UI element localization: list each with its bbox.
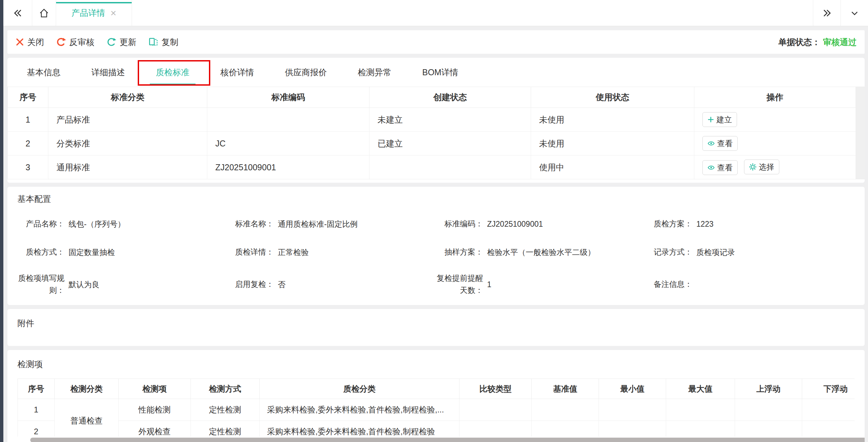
col-min-value: 最小值	[599, 379, 666, 399]
col-down-float: 下浮动	[802, 379, 855, 399]
col-actions: 操作	[694, 87, 856, 108]
view-standard-button[interactable]: 查看	[703, 160, 738, 175]
cell-code: JC	[207, 132, 370, 156]
basic-config-grid: 产品名称：线包-（序列号） 标准名称：通用质检标准-固定比例 标准编码：ZJ20…	[18, 216, 855, 296]
field-label: 产品名称：	[18, 218, 64, 230]
standards-table-wrap: 序号 标准分类 标准编码 创建状态 使用状态 操作 1 产品标准	[7, 87, 865, 179]
create-standard-button[interactable]: 建立	[703, 112, 737, 127]
field-label: 标准编码：	[436, 218, 483, 230]
cell-actions: 查看	[694, 132, 856, 156]
collapsed-sidebar-strip	[0, 0, 3, 442]
tab-list-dropdown-button[interactable]	[840, 0, 868, 26]
standards-header-row: 序号 标准分类 标准编码 创建状态 使用状态 操作	[8, 87, 856, 108]
field-value: 检验水平（一般检验水平二级）	[487, 247, 595, 258]
cell-compare-type	[460, 399, 532, 421]
close-icon	[16, 38, 24, 46]
tab-bar-spacer	[132, 0, 813, 26]
field-recheck-enabled: 启用复检：否	[227, 273, 436, 296]
unaudit-button-label: 反审核	[69, 37, 94, 48]
col-standard-code: 标准编码	[207, 87, 370, 108]
eye-icon	[707, 140, 715, 147]
refresh-button-label: 更新	[120, 37, 136, 48]
cell-up-float	[735, 421, 802, 437]
close-button-label: 关闭	[27, 37, 44, 48]
home-icon	[39, 8, 50, 19]
field-value: 固定数量抽检	[68, 247, 115, 258]
tab-qc-standard[interactable]: 质检标准	[141, 58, 205, 87]
cell-max-value	[666, 399, 735, 421]
field-standard-name: 标准名称：通用质检标准-固定比例	[227, 216, 436, 232]
cell-base-value	[532, 421, 599, 437]
cell-category: 分类标准	[49, 132, 207, 156]
cell-seq: 1	[8, 108, 49, 132]
table-row: 3 通用标准 ZJ20251009001 使用中 查看	[8, 156, 856, 179]
close-button[interactable]: 关闭	[16, 37, 44, 48]
tab-inspect-exception[interactable]: 检测异常	[342, 58, 407, 87]
eye-icon	[707, 165, 715, 170]
gear-icon	[749, 163, 756, 170]
detail-tabs-card: 基本信息 详细描述 质检标准 核价详情 供应商报价 检测异常 BOM详情	[7, 58, 865, 183]
inspection-table: 序号 检测分类 检测项 检测方式 质检分类 比较类型 基准值 最小值 最大值 上…	[18, 379, 855, 436]
horizontal-scrollbar-track[interactable]	[18, 437, 855, 442]
tab-basic-info[interactable]: 基本信息	[11, 58, 76, 87]
cell-min-value	[599, 421, 666, 437]
detail-tabs: 基本信息 详细描述 质检标准 核价详情 供应商报价 检测异常 BOM详情	[7, 58, 865, 87]
cell-actions: 建立	[694, 108, 856, 132]
tab-label: 质检标准	[156, 67, 189, 78]
cell-up-float	[735, 399, 802, 421]
tab-bom-detail[interactable]: BOM详情	[407, 58, 474, 87]
field-label: 记录方式：	[645, 246, 692, 258]
cell-actions: 查看 选择	[694, 156, 856, 179]
table-row: 1 普通检查 性能检测 定性检测 采购来料检验,委外来料检验,首件检验,制程检验…	[18, 399, 855, 421]
table-row: 2 分类标准 JC 已建立 未使用 查看	[8, 132, 856, 156]
cell-inspect-item: 外观检查	[119, 421, 191, 437]
copy-button[interactable]: 复制	[149, 37, 178, 48]
expand-tabs-button[interactable]	[813, 0, 840, 26]
field-label: 标准名称：	[227, 218, 274, 230]
field-label: 质检详情：	[227, 246, 274, 258]
tab-detail-desc[interactable]: 详细描述	[76, 58, 141, 87]
cell-inspect-category-merged: 普通检查	[55, 399, 119, 437]
tab-close-icon[interactable]: ×	[111, 8, 117, 18]
main-area: 产品详情 × 关闭	[3, 0, 868, 442]
refresh-icon	[106, 37, 117, 47]
button-label: 查看	[717, 163, 733, 173]
cell-use-status: 未使用	[531, 108, 694, 132]
col-inspect-category: 检测分类	[55, 379, 119, 399]
field-value: 线包-（序列号）	[68, 219, 125, 229]
table-row: 2 外观检查 定性检测 采购来料检验,委外来料检验,首件检验,制程检验	[18, 421, 855, 437]
tab-label: 核价详情	[220, 67, 254, 78]
tab-label: 详细描述	[91, 67, 125, 78]
refresh-button[interactable]: 更新	[106, 37, 136, 48]
field-value: 正常检验	[278, 247, 309, 258]
status-label: 单据状态：	[778, 37, 820, 47]
vertical-scrollbar-gutter[interactable]	[856, 87, 865, 179]
unaudit-button[interactable]: 反审核	[56, 37, 94, 48]
tab-price-detail[interactable]: 核价详情	[205, 58, 270, 87]
field-remark: 备注信息：	[645, 273, 855, 296]
tab-supplier-quote[interactable]: 供应商报价	[270, 58, 342, 87]
tab-label: 产品详情	[71, 7, 105, 19]
tab-label: BOM详情	[422, 67, 458, 78]
field-value: 否	[278, 279, 285, 290]
col-standard-category: 标准分类	[49, 87, 207, 108]
chevrons-right-icon	[822, 8, 832, 19]
cell-inspect-item: 性能检测	[119, 399, 191, 421]
view-standard-button[interactable]: 查看	[703, 136, 738, 151]
field-label: 质检项填写规则：	[18, 273, 64, 296]
cell-code: ZJ20251009001	[207, 156, 370, 179]
button-label: 建立	[716, 115, 732, 125]
tab-label: 供应商报价	[285, 67, 327, 78]
section-title-attachments: 附件	[18, 318, 855, 329]
home-tab-button[interactable]	[32, 0, 56, 26]
tab-product-detail[interactable]: 产品详情 ×	[56, 0, 132, 26]
cell-down-float	[802, 421, 855, 437]
section-title-inspection-items: 检测项	[18, 359, 855, 370]
status-value: 审核通过	[823, 37, 857, 47]
cell-seq: 2	[18, 421, 55, 437]
collapse-tabs-button[interactable]	[3, 0, 32, 26]
horizontal-scrollbar-thumb[interactable]	[30, 438, 865, 442]
field-label: 抽样方案：	[436, 246, 483, 258]
active-tab-top-line	[56, 2, 132, 3]
select-standard-button[interactable]: 选择	[744, 160, 779, 174]
